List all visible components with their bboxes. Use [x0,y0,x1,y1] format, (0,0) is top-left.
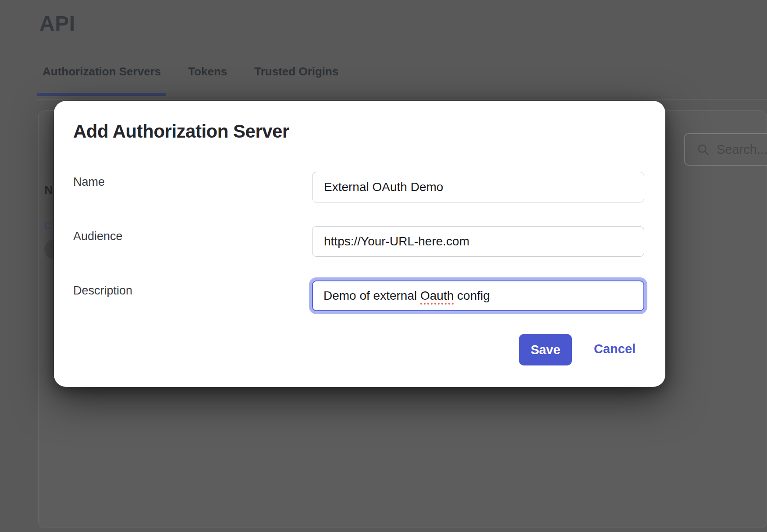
add-authorization-server-modal: Add Authorization Server Name Audience D… [54,101,665,387]
modal-title: Add Authorization Server [73,121,289,142]
name-field[interactable] [312,172,644,202]
description-text: Demo of external [323,289,420,303]
audience-field[interactable] [312,226,644,257]
tab-authorization-servers[interactable]: Authorization Servers [37,65,166,96]
search-box [684,133,767,166]
description-label: Description [73,284,132,298]
page-title: API [39,11,75,35]
description-text: config [454,289,490,303]
table-header-name-fragment: N [44,184,53,197]
table-row-link-fragment[interactable]: c [44,219,50,232]
description-misspelled-word: Oauth [420,289,454,303]
description-field[interactable]: Demo of external Oauth config [312,280,644,311]
audience-label: Audience [73,230,123,243]
name-label: Name [73,175,105,189]
tab-bar: Authorization Servers Tokens Trusted Ori… [37,65,344,96]
cancel-button[interactable]: Cancel [594,342,636,356]
tab-tokens[interactable]: Tokens [183,65,232,96]
save-button[interactable]: Save [519,334,572,365]
tab-trusted-origins[interactable]: Trusted Origins [249,65,344,96]
search-icon [696,143,710,156]
tab-bar-divider [37,99,767,99]
